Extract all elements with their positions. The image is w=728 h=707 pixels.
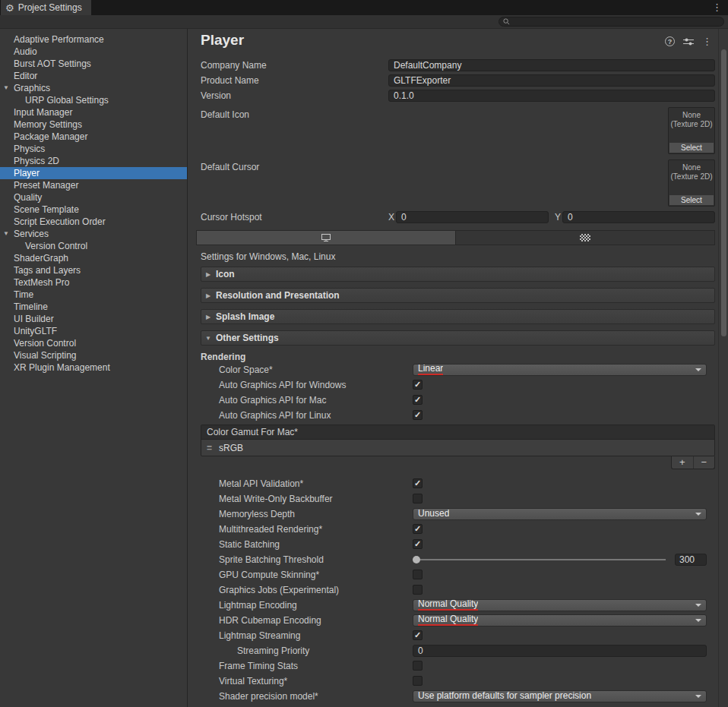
- drag-handle-icon[interactable]: =: [207, 443, 212, 453]
- tab-platform-dedicated-server[interactable]: [456, 230, 715, 245]
- project-settings-tab[interactable]: ⚙ Project Settings: [1, 0, 91, 15]
- version-input[interactable]: 0.1.0: [388, 90, 715, 102]
- sidebar-item-package-manager[interactable]: Package Manager: [0, 131, 187, 143]
- dropdown-value: Normal Quality: [418, 614, 478, 626]
- default-icon-object-picker[interactable]: None (Texture 2D) Select: [668, 107, 715, 154]
- auto-graphics-api-linux-checkbox[interactable]: [413, 410, 423, 420]
- default-cursor-select-button[interactable]: Select: [669, 195, 714, 205]
- auto-graphics-api-mac-checkbox[interactable]: [413, 395, 423, 405]
- sidebar-item-tags-and-layers[interactable]: Tags and Layers: [0, 264, 187, 276]
- sidebar-item-label: Package Manager: [14, 131, 87, 142]
- add-button[interactable]: +: [672, 456, 693, 469]
- sidebar-item-unitygltf[interactable]: UnityGLTF: [0, 325, 187, 337]
- sidebar-item-textmesh-pro[interactable]: TextMesh Pro: [0, 276, 187, 289]
- remove-button[interactable]: −: [693, 456, 715, 469]
- sidebar-item-label: Visual Scripting: [14, 350, 77, 361]
- presets-icon[interactable]: [683, 37, 694, 46]
- sidebar-item-ui-builder[interactable]: UI Builder: [0, 313, 187, 325]
- lightmap-encoding-dropdown[interactable]: Normal Quality: [413, 599, 707, 611]
- metal-write-only-backbuffer-checkbox[interactable]: [413, 494, 423, 503]
- foldout-open-icon[interactable]: ▼: [3, 230, 9, 238]
- sprite-batching-threshold-slider[interactable]: [413, 559, 666, 560]
- sprite-batching-threshold-value-field[interactable]: 300: [675, 554, 707, 566]
- sidebar: Adaptive PerformanceAudioBurst AOT Setti…: [0, 29, 188, 707]
- setting-row-metal-write-only-backbuffer: Metal Write-Only Backbuffer: [201, 491, 715, 506]
- setting-label: Auto Graphics API for Windows: [201, 380, 413, 390]
- hdr-cubemap-encoding-dropdown[interactable]: Normal Quality: [413, 614, 707, 627]
- sidebar-item-burst-aot-settings[interactable]: Burst AOT Settings: [0, 58, 187, 70]
- virtual-texturing-checkbox[interactable]: [413, 676, 423, 686]
- setting-label: Streaming Priority: [201, 645, 413, 656]
- shader-precision-model-dropdown[interactable]: Use platform defaults for sampler precis…: [413, 690, 707, 702]
- sidebar-item-timeline[interactable]: Timeline: [0, 301, 187, 313]
- company-name-input[interactable]: DefaultCompany: [388, 59, 715, 71]
- gpu-compute-skinning-checkbox[interactable]: [413, 570, 423, 579]
- search-input[interactable]: [499, 17, 724, 27]
- lightmap-streaming-checkbox[interactable]: [413, 630, 423, 640]
- sidebar-item-player[interactable]: Player: [0, 167, 187, 179]
- sidebar-item-version-control[interactable]: Version Control: [0, 240, 187, 252]
- sidebar-item-label: URP Global Settings: [25, 95, 109, 106]
- gear-icon: ⚙: [5, 3, 14, 13]
- section-icon[interactable]: ▶ Icon: [201, 267, 715, 282]
- sidebar-item-urp-global-settings[interactable]: URP Global Settings: [0, 94, 187, 106]
- tab-platform-desktop[interactable]: [196, 230, 456, 245]
- foldout-open-icon[interactable]: ▼: [3, 84, 9, 92]
- sidebar-item-memory-settings[interactable]: Memory Settings: [0, 118, 187, 131]
- auto-graphics-api-windows-checkbox[interactable]: [413, 380, 423, 390]
- cursor-hotspot-y-input[interactable]: 0: [562, 211, 715, 223]
- setting-row-static-batching: Static Batching: [201, 537, 715, 551]
- sidebar-item-physics-2d[interactable]: Physics 2D: [0, 155, 187, 167]
- sidebar-item-time[interactable]: Time: [0, 289, 187, 301]
- sidebar-item-preset-manager[interactable]: Preset Manager: [0, 179, 187, 191]
- section-other-settings[interactable]: ▼ Other Settings: [201, 330, 715, 346]
- sidebar-item-input-manager[interactable]: Input Manager: [0, 106, 187, 118]
- color-space-dropdown[interactable]: Linear: [413, 364, 707, 376]
- sidebar-item-scene-template[interactable]: Scene Template: [0, 204, 187, 216]
- slider-thumb[interactable]: [413, 556, 420, 563]
- metal-api-validation-checkbox[interactable]: [413, 478, 423, 488]
- setting-label: Sprite Batching Threshold: [201, 554, 413, 565]
- sidebar-item-graphics[interactable]: ▼Graphics: [0, 82, 187, 94]
- sidebar-item-audio[interactable]: Audio: [0, 46, 187, 58]
- sidebar-item-adaptive-performance[interactable]: Adaptive Performance: [0, 33, 187, 46]
- sidebar-item-editor[interactable]: Editor: [0, 70, 187, 82]
- graphics-jobs-checkbox[interactable]: [413, 585, 423, 595]
- color-gamut-item-srgb[interactable]: = sRGB: [201, 440, 714, 456]
- multithreaded-rendering-checkbox[interactable]: [413, 524, 423, 534]
- sidebar-item-visual-scripting[interactable]: Visual Scripting: [0, 349, 187, 361]
- setting-row-hdr-cubemap-encoding: HDR Cubemap EncodingNormal Quality: [201, 613, 715, 627]
- x-axis-label: X: [388, 212, 396, 223]
- sidebar-item-label: Tags and Layers: [14, 265, 81, 276]
- sidebar-item-label: Preset Manager: [14, 180, 78, 191]
- section-resolution-presentation[interactable]: ▶ Resolution and Presentation: [201, 288, 715, 303]
- default-icon-select-button[interactable]: Select: [669, 143, 714, 153]
- frame-timing-stats-checkbox[interactable]: [413, 661, 423, 671]
- sidebar-item-xr-plugin-management[interactable]: XR Plugin Management: [0, 361, 187, 374]
- section-icon-label: Icon: [216, 269, 235, 279]
- sidebar-item-script-execution-order[interactable]: Script Execution Order: [0, 216, 187, 228]
- sidebar-item-quality[interactable]: Quality: [0, 191, 187, 204]
- sidebar-item-shadergraph[interactable]: ShaderGraph: [0, 252, 187, 264]
- memoryless-depth-dropdown[interactable]: Unused: [413, 508, 707, 520]
- page-title: Player: [201, 32, 244, 49]
- sidebar-item-physics[interactable]: Physics: [0, 143, 187, 155]
- setting-label: Lightmap Streaming: [201, 630, 413, 641]
- cursor-hotspot-x-input[interactable]: 0: [396, 211, 549, 223]
- section-splash-image[interactable]: ▶ Splash Image: [201, 309, 715, 324]
- product-name-input[interactable]: GLTFExporter: [388, 74, 715, 87]
- static-batching-checkbox[interactable]: [413, 539, 423, 549]
- streaming-priority-field[interactable]: 0: [413, 645, 707, 657]
- sidebar-item-services[interactable]: ▼Services: [0, 228, 187, 240]
- help-icon[interactable]: ?: [665, 36, 675, 46]
- sidebar-item-label: Time: [14, 289, 33, 300]
- default-cursor-object-picker[interactable]: None (Texture 2D) Select: [668, 159, 715, 207]
- window-more-icon[interactable]: ⋮: [712, 2, 722, 13]
- sidebar-item-label: Physics: [14, 144, 45, 154]
- sidebar-item-label: TextMesh Pro: [14, 277, 69, 288]
- scrollbar-thumb[interactable]: [721, 49, 726, 336]
- more-icon[interactable]: ⋮: [702, 36, 712, 47]
- vertical-scrollbar[interactable]: [718, 29, 728, 707]
- sidebar-item-version-control[interactable]: Version Control: [0, 337, 187, 349]
- setting-row-streaming-priority: Streaming Priority0: [201, 643, 715, 658]
